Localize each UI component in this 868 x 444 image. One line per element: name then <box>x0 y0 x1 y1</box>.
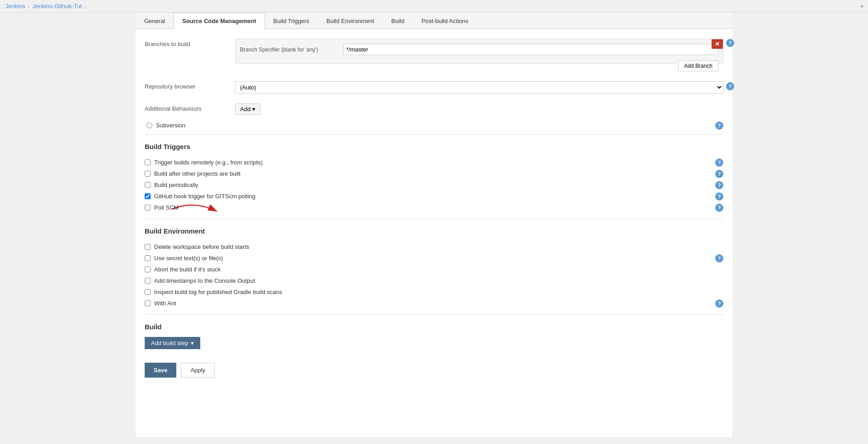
with-ant-checkbox[interactable] <box>145 300 151 306</box>
add-build-step-label: Add build step <box>151 340 188 346</box>
add-build-step-button[interactable]: Add build step ▾ <box>145 337 200 349</box>
divider-2 <box>145 219 723 219</box>
inspect-gradle-checkbox[interactable] <box>145 289 151 295</box>
build-periodically-row: Build periodically ? <box>145 179 723 191</box>
additional-behaviours-label: Additional Behaviours <box>145 103 235 112</box>
branch-box: ✕ Branch Specifier (blank for 'any') Add… <box>235 39 723 64</box>
with-ant-label: With Ant <box>154 300 176 307</box>
scroll-indicator: ▲ <box>859 3 864 8</box>
delete-workspace-row: Delete workspace before build starts <box>145 241 723 252</box>
branch-specifier-row: Branch Specifier (blank for 'any') <box>240 44 718 55</box>
build-after-help-icon[interactable]: ? <box>715 170 723 178</box>
build-title: Build <box>145 323 723 332</box>
build-after-checkbox[interactable] <box>145 171 151 177</box>
build-periodically-checkbox[interactable] <box>145 182 151 188</box>
inspect-gradle-row: Inspect build log for published Gradle b… <box>145 286 723 298</box>
repo-browser-select[interactable]: (Auto) <box>235 81 723 93</box>
breadcrumb-project[interactable]: Jenkins-Github-Tut <box>33 3 82 9</box>
repo-browser-row: Repository browser (Auto) ? <box>145 79 723 96</box>
build-after-row: Build after other projects are built ? <box>145 168 723 179</box>
branch-specifier-label: Branch Specifier (blank for 'any') <box>240 47 340 53</box>
trigger-remote-checkbox[interactable] <box>145 159 151 165</box>
remove-branch-button[interactable]: ✕ <box>712 39 723 49</box>
with-ant-help-icon[interactable]: ? <box>715 299 723 308</box>
use-secret-checkbox[interactable] <box>145 255 151 261</box>
build-periodically-label: Build periodically <box>154 182 198 188</box>
abort-stuck-checkbox[interactable] <box>145 266 151 272</box>
action-buttons: Save Apply <box>145 358 723 382</box>
apply-button[interactable]: Apply <box>181 363 215 378</box>
poll-scm-row: Poll SCM ? <box>145 202 723 213</box>
delete-workspace-checkbox[interactable] <box>145 244 151 250</box>
tab-post-build[interactable]: Post-build Actions <box>413 13 476 29</box>
github-hook-label: GitHub hook trigger for GITScm polling <box>154 193 255 200</box>
build-triggers-title: Build Triggers <box>145 143 723 152</box>
add-label: Add <box>240 106 250 112</box>
branches-to-build-label: Branches to build <box>145 39 235 47</box>
breadcrumb-sep2: › <box>85 4 86 9</box>
divider-1 <box>145 134 723 135</box>
repo-browser-label: Repository browser <box>145 81 235 90</box>
add-branch-button[interactable]: Add Branch <box>678 61 718 71</box>
add-build-step-container: Add build step ▾ <box>145 337 723 349</box>
add-timestamps-row: Add timestamps to the Console Output <box>145 275 723 286</box>
build-environment-checkboxes: Delete workspace before build starts Use… <box>145 241 723 309</box>
subversion-radio[interactable] <box>146 122 152 128</box>
tab-general[interactable]: General <box>136 13 174 29</box>
additional-behaviours-row: Additional Behaviours Add ▾ <box>145 101 723 117</box>
tab-scm[interactable]: Source Code Management <box>174 13 264 29</box>
github-hook-help-icon[interactable]: ? <box>715 192 723 201</box>
trigger-remote-label: Trigger builds remotely (e.g., from scri… <box>154 159 263 166</box>
build-triggers-checkboxes: Trigger builds remotely (e.g., from scri… <box>145 157 723 213</box>
save-button[interactable]: Save <box>145 363 176 378</box>
additional-behaviours-add-button[interactable]: Add ▾ <box>235 103 260 115</box>
poll-scm-checkbox[interactable] <box>145 205 151 210</box>
breadcrumb-jenkins[interactable]: Jenkins <box>5 3 25 9</box>
subversion-label: Subversion <box>156 122 185 129</box>
abort-stuck-label: Abort the build if it's stuck <box>154 266 221 273</box>
poll-scm-help-icon[interactable]: ? <box>715 204 723 212</box>
trigger-remote-row: Trigger builds remotely (e.g., from scri… <box>145 157 723 168</box>
tab-build[interactable]: Build <box>383 13 413 29</box>
tab-build-environment[interactable]: Build Environment <box>318 13 383 29</box>
build-environment-title: Build Environment <box>145 227 723 237</box>
build-periodically-help-icon[interactable]: ? <box>715 181 723 189</box>
breadcrumb-sep1: › <box>28 4 30 9</box>
branch-specifier-input[interactable] <box>343 44 718 55</box>
build-after-label: Build after other projects are built <box>154 170 241 177</box>
subversion-help-icon[interactable]: ? <box>715 122 723 130</box>
poll-scm-label: Poll SCM <box>154 204 179 211</box>
divider-3 <box>145 314 723 315</box>
use-secret-help-icon[interactable]: ? <box>715 254 723 262</box>
inspect-gradle-label: Inspect build log for published Gradle b… <box>154 289 282 295</box>
add-dropdown-arrow-icon: ▾ <box>252 106 255 112</box>
add-timestamps-label: Add timestamps to the Console Output <box>154 277 255 284</box>
use-secret-row: Use secret text(s) or file(s) ? <box>145 252 723 264</box>
branches-to-build-row: Branches to build ✕ Branch Specifier (bl… <box>145 36 723 74</box>
use-secret-label: Use secret text(s) or file(s) <box>154 255 223 262</box>
abort-stuck-row: Abort the build if it's stuck <box>145 264 723 275</box>
repo-browser-help-icon[interactable]: ? <box>726 82 734 90</box>
add-build-step-dropdown-icon: ▾ <box>191 340 194 346</box>
tabs-bar: General Source Code Management Build Tri… <box>136 13 732 29</box>
trigger-remote-help-icon[interactable]: ? <box>715 159 723 167</box>
delete-workspace-label: Delete workspace before build starts <box>154 243 249 250</box>
with-ant-row: With Ant ? <box>145 298 723 309</box>
tab-build-triggers[interactable]: Build Triggers <box>265 13 318 29</box>
branches-help-icon[interactable]: ? <box>726 39 734 47</box>
subversion-row: Subversion ? <box>146 122 723 129</box>
breadcrumb: Jenkins › Jenkins-Github-Tut › ▲ <box>0 0 868 13</box>
add-timestamps-checkbox[interactable] <box>145 278 151 284</box>
github-hook-row: GitHub hook trigger for GITScm polling ? <box>145 191 723 202</box>
github-hook-checkbox[interactable] <box>145 193 151 199</box>
